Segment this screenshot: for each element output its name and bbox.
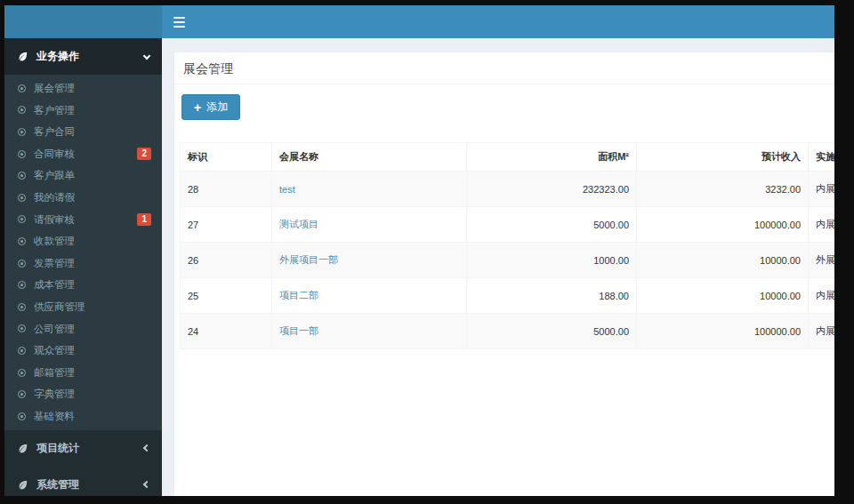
bullseye-icon xyxy=(18,347,26,355)
sidebar-section-label: 项目统计 xyxy=(36,441,79,456)
sidebar-item-label: 供应商管理 xyxy=(34,300,85,314)
table-cell: 28 xyxy=(181,172,272,207)
table-cell: 26 xyxy=(181,243,272,278)
bullseye-icon xyxy=(18,260,26,268)
leaf-icon xyxy=(17,479,28,491)
sidebar-item-label: 展会管理 xyxy=(34,82,75,95)
notification-badge: 1 xyxy=(137,213,151,226)
table-cell: 内展项目 xyxy=(809,172,835,207)
sidebar-section-business-ops[interactable]: 业务操作 xyxy=(4,38,162,75)
table-cell: 10000.00 xyxy=(637,243,809,278)
table-cell: 188.00 xyxy=(467,278,637,314)
table-row: 28test232323.003232.00内展项目 xyxy=(181,172,835,207)
sidebar-item-label: 客户跟单 xyxy=(34,169,75,182)
table-body: 28test232323.003232.00内展项目27测试项目5000.001… xyxy=(181,172,835,349)
column-header: 面积M² xyxy=(467,143,637,172)
table-cell: 232323.00 xyxy=(467,172,637,207)
table-cell: 27 xyxy=(181,207,272,243)
sidebar-item[interactable]: 合同审核2 xyxy=(4,143,162,165)
page-title: 展会管理 xyxy=(183,61,834,76)
sidebar-item[interactable]: 字典管理 xyxy=(4,383,162,405)
exhibition-name-link[interactable]: test xyxy=(279,184,295,195)
cell-exhibition-name: 项目二部 xyxy=(272,278,467,314)
exhibition-table: 标识会展名称面积M²预计收入实施部门 28test232323.003232.0… xyxy=(180,142,834,349)
panel-header: 展会管理 xyxy=(174,52,834,84)
sidebar-section-label: 业务操作 xyxy=(36,49,79,64)
table-cell: 内展项目 xyxy=(809,314,835,349)
table-cell: 外展项目 xyxy=(809,243,835,278)
bullseye-icon xyxy=(18,194,26,202)
sidebar-section-project-stats[interactable]: 项目统计 xyxy=(4,430,162,467)
sidebar-section-label: 系统管理 xyxy=(36,477,79,492)
sidebar-item[interactable]: 请假审核1 xyxy=(4,209,162,231)
leaf-icon xyxy=(17,443,28,454)
sidebar-item[interactable]: 供应商管理 xyxy=(4,296,162,318)
sidebar-item[interactable]: 客户合同 xyxy=(4,121,162,143)
sidebar-item[interactable]: 观众管理 xyxy=(4,340,162,362)
table-cell: 5000.00 xyxy=(467,314,637,349)
sidebar-item-label: 邮箱管理 xyxy=(34,366,75,380)
exhibition-name-link[interactable]: 项目二部 xyxy=(279,290,318,300)
table-row: 25项目二部188.0010000.00内展项目 xyxy=(181,278,835,314)
table-cell: 内展项目 xyxy=(809,278,835,314)
bullseye-icon xyxy=(18,215,26,223)
table-row: 27测试项目5000.00100000.00内展项目 xyxy=(181,207,835,243)
sidebar: 业务操作 展会管理客户管理客户合同合同审核2客户跟单我的请假请假审核1收款管理发… xyxy=(4,38,162,496)
sidebar-item-label: 公司管理 xyxy=(34,323,75,336)
chevron-left-icon xyxy=(143,444,150,452)
logo-area[interactable] xyxy=(4,5,162,38)
add-button[interactable]: + 添加 xyxy=(181,94,240,120)
topbar xyxy=(4,5,834,38)
sidebar-item-label: 我的请假 xyxy=(34,191,75,204)
table-cell: 10000.00 xyxy=(637,278,809,314)
column-header: 预计收入 xyxy=(637,143,809,172)
column-header: 标识 xyxy=(181,143,272,172)
sidebar-item-label: 字典管理 xyxy=(34,388,75,401)
sidebar-submenu: 展会管理客户管理客户合同合同审核2客户跟单我的请假请假审核1收款管理发票管理成本… xyxy=(4,75,162,430)
cell-exhibition-name: test xyxy=(272,172,467,207)
exhibition-name-link[interactable]: 测试项目 xyxy=(279,219,318,229)
bullseye-icon xyxy=(18,281,26,289)
sidebar-section-system-mgmt[interactable]: 系统管理 xyxy=(4,467,162,497)
add-button-label: 添加 xyxy=(206,100,228,115)
bullseye-icon xyxy=(18,369,26,377)
exhibition-name-link[interactable]: 项目一部 xyxy=(279,325,318,336)
sidebar-item-label: 成本管理 xyxy=(34,278,75,292)
chevron-left-icon xyxy=(143,481,150,488)
bullseye-icon xyxy=(18,106,26,114)
bullseye-icon xyxy=(18,172,26,180)
leaf-icon xyxy=(17,51,28,62)
sidebar-item[interactable]: 收款管理 xyxy=(4,230,162,252)
cell-exhibition-name: 项目一部 xyxy=(272,314,467,349)
table-cell: 25 xyxy=(181,278,272,314)
table-row: 26外展项目一部1000.0010000.00外展项目 xyxy=(181,243,835,278)
sidebar-item[interactable]: 成本管理 xyxy=(4,274,162,296)
bullseye-icon xyxy=(18,84,26,92)
sidebar-item[interactable]: 公司管理 xyxy=(4,318,162,340)
sidebar-item[interactable]: 客户管理 xyxy=(4,100,162,122)
sidebar-item[interactable]: 我的请假 xyxy=(4,187,162,209)
exhibition-name-link[interactable]: 外展项目一部 xyxy=(279,254,338,265)
column-header: 实施部门 xyxy=(809,143,835,172)
table-row: 24项目一部5000.00100000.00内展项目 xyxy=(181,314,835,349)
sidebar-item[interactable]: 展会管理 xyxy=(4,77,162,100)
sidebar-item-label: 客户合同 xyxy=(34,125,75,139)
bullseye-icon xyxy=(18,237,26,245)
bullseye-icon xyxy=(18,128,26,136)
bullseye-icon xyxy=(18,324,26,332)
table-cell: 内展项目 xyxy=(809,207,835,243)
sidebar-item-label: 客户管理 xyxy=(34,104,75,117)
sidebar-item[interactable]: 发票管理 xyxy=(4,252,162,275)
bullseye-icon xyxy=(18,150,26,158)
navbar xyxy=(162,5,834,38)
sidebar-item[interactable]: 客户跟单 xyxy=(4,164,162,187)
bullseye-icon xyxy=(18,412,26,420)
bullseye-icon xyxy=(18,390,26,398)
sidebar-item[interactable]: 邮箱管理 xyxy=(4,362,162,384)
sidebar-item[interactable]: 基础资料 xyxy=(4,405,162,428)
table-cell: 1000.00 xyxy=(467,243,637,278)
chevron-down-icon xyxy=(143,52,150,59)
table-cell: 100000.00 xyxy=(637,207,809,243)
sidebar-item-label: 合同审核 xyxy=(34,148,75,161)
hamburger-menu-icon[interactable] xyxy=(173,17,188,28)
